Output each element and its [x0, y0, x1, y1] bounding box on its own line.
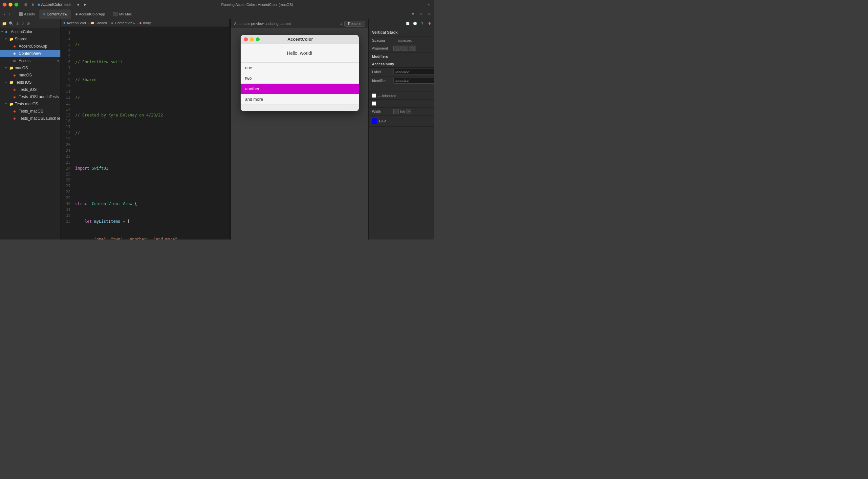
- sidebar-item-root[interactable]: ▾ ■ AccentColor: [0, 28, 60, 35]
- minimize-button[interactable]: [8, 3, 12, 6]
- tab-accentcolorapp[interactable]: ◈ AccentColorApp: [72, 9, 108, 19]
- line-num-32: 32: [63, 213, 70, 219]
- inspector-identifier-row: Identifier: [369, 76, 434, 85]
- line-num-3: 3: [63, 41, 70, 47]
- sidebar-item-macos[interactable]: ◈ macOS: [0, 71, 60, 79]
- maximize-button[interactable]: [14, 3, 19, 6]
- align-center-btn[interactable]: ⬛: [401, 45, 408, 51]
- line-num-30: 30: [63, 201, 70, 207]
- sidebar-item-contentview[interactable]: ◈ ContentView M: [0, 50, 60, 57]
- line-num-20: 20: [63, 142, 70, 148]
- inspector-alignment-row: Alignment ⬛ ⬛ ⬛: [369, 44, 434, 53]
- macos-close[interactable]: [244, 37, 248, 41]
- run-icon[interactable]: ▶: [83, 2, 88, 7]
- folder-icon: 📁: [9, 81, 14, 85]
- run-stop-icon[interactable]: ■: [75, 2, 81, 7]
- breadcrumb-folder-icon: 📁: [90, 21, 94, 25]
- sidebar-item-macos-group[interactable]: ▾ 📁 macOS: [0, 64, 60, 71]
- macos-maximize[interactable]: [256, 37, 260, 41]
- tab-navigation[interactable]: ‹ ›: [3, 11, 11, 17]
- source-control-icon[interactable]: ⊕: [30, 2, 35, 7]
- list-item-andmore[interactable]: and more: [241, 94, 359, 105]
- label-input[interactable]: [393, 69, 434, 75]
- width-stepper: – Inh +: [393, 109, 411, 114]
- line-num-11: 11: [63, 89, 70, 95]
- line-num-13: 13: [63, 100, 70, 106]
- code-line-12: "one", "two", "another", "and more": [75, 236, 226, 240]
- align-right-btn[interactable]: ⬛: [409, 45, 416, 51]
- width-decrease-btn[interactable]: –: [393, 109, 399, 114]
- inspector-gear-icon[interactable]: ⚙: [427, 21, 432, 26]
- line-num-31: 31: [63, 207, 70, 213]
- diff-sidebar-icon[interactable]: ⤢: [21, 21, 25, 26]
- inspector-toolbar: 📄 🕐 ? ⚙: [369, 19, 434, 28]
- sidebar-item-tests-ios[interactable]: ◈ Tests_iOS: [0, 86, 60, 93]
- list-item-another[interactable]: another: [241, 84, 359, 94]
- line-num-1: 1: [63, 30, 70, 35]
- sidebar-item-tests-macoslaunch[interactable]: ◈ Tests_macOSLaunchTests: [0, 115, 60, 122]
- inspector-checkbox1[interactable]: [372, 94, 376, 98]
- inh-text: Inh: [400, 109, 405, 114]
- color-box[interactable]: Blue: [372, 119, 431, 124]
- list-item-two[interactable]: two: [241, 73, 359, 84]
- back-button[interactable]: ‹: [3, 11, 7, 17]
- tab-assets[interactable]: Assets: [16, 9, 38, 19]
- warning-icon[interactable]: ⚠: [16, 21, 19, 26]
- sidebar-item-tests-macos-group[interactable]: ▾ 📁 Tests macOS: [0, 100, 60, 107]
- code-line-7: [75, 148, 226, 154]
- macos-minimize[interactable]: [250, 37, 254, 41]
- chevron-down-icon: ▾: [1, 30, 5, 33]
- list-item-one[interactable]: one: [241, 63, 359, 73]
- sidebar-item-accentcolorapp[interactable]: ◈ AccentColorApp: [0, 43, 60, 50]
- line-num-16: 16: [63, 118, 70, 124]
- breadcrumb-accentcolor[interactable]: AccentColor: [67, 21, 86, 25]
- inspector-checkbox-row2: [369, 100, 434, 107]
- sidebar-toggle-icon[interactable]: ⊟: [23, 2, 28, 7]
- sidebar-item-tests-macos[interactable]: ◈ Tests_macOS: [0, 107, 60, 115]
- inspector-icon[interactable]: ⊟: [426, 11, 431, 17]
- sidebar-tests-macoslaunch-label: Tests_macOSLaunchTests: [19, 116, 61, 121]
- identifier-label: Identifier: [372, 79, 393, 83]
- diff-icon[interactable]: ⇆: [410, 11, 415, 17]
- breadcrumb-contentview[interactable]: ContentView: [115, 21, 135, 25]
- search-icon[interactable]: 🔍: [9, 21, 14, 26]
- sidebar-item-tests-ioslaunch[interactable]: ◈ Tests_iOSLaunchTests: [0, 93, 60, 100]
- preview-content: AccentColor Hello, world! one two anothe…: [231, 28, 368, 240]
- width-increase-btn[interactable]: +: [406, 109, 411, 114]
- line-num-6: 6: [63, 59, 70, 65]
- clock-icon[interactable]: 🕐: [412, 21, 417, 26]
- inspector-checkbox2[interactable]: [372, 101, 376, 106]
- sidebar-tests-ios-file-label: Tests_iOS: [19, 87, 59, 92]
- sidebar-item-assets[interactable]: ⊞ Assets M: [0, 57, 60, 64]
- resume-button[interactable]: Resume: [344, 21, 365, 27]
- breadcrumb-shared[interactable]: Shared: [96, 21, 107, 25]
- grid-icon[interactable]: ⊞: [418, 11, 424, 17]
- swift-icon: ◈: [13, 117, 18, 121]
- code-line-10: struct ContentView: View {: [75, 201, 226, 207]
- tab-contentview[interactable]: ◈ ContentView: [39, 9, 70, 19]
- macos-hello-text: Hello, world!: [241, 44, 359, 62]
- forward-button[interactable]: ›: [7, 11, 12, 17]
- identifier-input[interactable]: [393, 78, 434, 84]
- line-num-18: 18: [63, 130, 70, 136]
- code-content[interactable]: // // ContentView.swift // Shared // // …: [72, 27, 229, 240]
- add-icon[interactable]: ＋: [426, 2, 431, 7]
- tab-mymac[interactable]: ⬛ My Mac: [110, 9, 135, 19]
- color-swatch[interactable]: [372, 119, 377, 124]
- badge-m2: M: [57, 59, 59, 62]
- git-icon[interactable]: ⊕: [27, 21, 30, 26]
- code-editor[interactable]: 1 2 3 4 5 6 7 8 9 10 11 12 13 14 15 16 1…: [61, 27, 229, 240]
- question-icon[interactable]: ?: [420, 21, 425, 26]
- sidebar-item-shared[interactable]: ▾ 📁 Shared: [0, 35, 60, 43]
- add-doc-icon[interactable]: 📄: [405, 21, 410, 26]
- align-left-btn[interactable]: ⬛: [393, 45, 401, 51]
- inspector-vstack-title: Vertical Stack: [369, 28, 434, 36]
- breadcrumb-sep1: ›: [88, 21, 89, 25]
- close-button[interactable]: [3, 3, 6, 6]
- macos-titlebar: AccentColor: [241, 35, 359, 44]
- info-icon[interactable]: ℹ: [340, 21, 342, 26]
- breadcrumb-body[interactable]: body: [143, 21, 151, 25]
- swift-icon: ◈: [13, 44, 18, 49]
- sidebar-item-tests-ios-group[interactable]: ▾ 📁 Tests iOS: [0, 79, 60, 86]
- sidebar-tests-ios-label: Tests iOS: [15, 80, 59, 85]
